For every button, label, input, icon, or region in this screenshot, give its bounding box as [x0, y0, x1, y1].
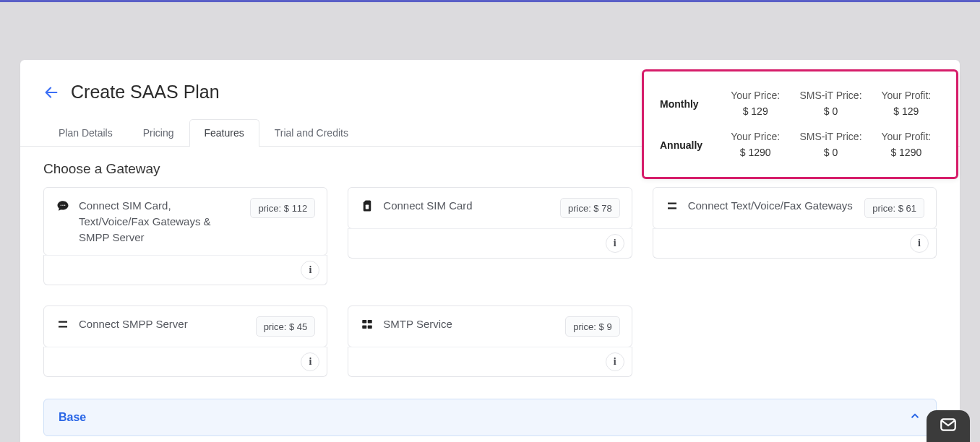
gateway-item: Connect SIM Card, Text/Voice/Fax Gateway… — [43, 187, 327, 285]
info-icon[interactable]: i — [910, 234, 929, 253]
gateway-price: price: $ 45 — [256, 316, 316, 337]
gateway-price: price: $ 9 — [565, 316, 619, 337]
summary-monthly-your-price: Your Price: $ 129 — [721, 89, 789, 118]
info-icon[interactable]: i — [606, 234, 624, 253]
gateway-card[interactable]: Connect SMPP Server price: $ 45 — [43, 306, 327, 347]
gateway-item: Connect SIM Card price: $ 78 i — [348, 187, 632, 285]
gateway-label: Connect SMPP Server — [79, 316, 247, 332]
tab-plan-details[interactable]: Plan Details — [43, 119, 128, 147]
gateway-price: price: $ 78 — [560, 198, 620, 218]
svg-point-1 — [62, 205, 64, 207]
gateway-label: SMTP Service — [383, 316, 556, 332]
svg-point-0 — [61, 205, 62, 207]
tab-pricing[interactable]: Pricing — [128, 119, 189, 147]
svg-rect-3 — [366, 205, 369, 209]
svg-rect-6 — [363, 326, 367, 329]
gateway-label: Connect SIM Card — [383, 198, 551, 214]
gateway-info-bar: i — [348, 228, 632, 259]
gateway-price: price: $ 112 — [250, 198, 315, 218]
summary-monthly-smsit-price: SMS-iT Price: $ 0 — [796, 89, 864, 118]
info-icon[interactable]: i — [301, 352, 319, 371]
smtp-icon — [360, 316, 374, 331]
gateway-card[interactable]: Connect SIM Card price: $ 78 — [348, 187, 632, 229]
gateway-item: Connect Text/Voice/Fax Gateways price: $… — [653, 187, 937, 285]
accordion-label: Base — [59, 411, 86, 424]
summary-monthly-your-profit: Your Profit: $ 129 — [872, 89, 940, 118]
gateway-item: Connect SMPP Server price: $ 45 i — [43, 306, 327, 377]
gateway-info-bar: i — [348, 347, 632, 377]
svg-point-2 — [64, 205, 66, 207]
svg-rect-7 — [368, 326, 372, 329]
gateway-info-bar: i — [43, 347, 327, 377]
info-icon[interactable]: i — [606, 352, 624, 371]
page-title: Create SAAS Plan — [71, 82, 220, 103]
gateway-info-bar: i — [43, 255, 327, 285]
summary-period-monthly: Monthly — [660, 98, 714, 110]
gateway-label: Connect SIM Card, Text/Voice/Fax Gateway… — [79, 198, 241, 245]
summary-annually-smsit-price: SMS-iT Price: $ 0 — [796, 130, 864, 160]
tab-features[interactable]: Features — [189, 119, 259, 147]
summary-period-annually: Annually — [660, 139, 714, 151]
sim-card-icon — [360, 198, 374, 212]
gateway-card[interactable]: SMTP Service price: $ 9 — [348, 306, 632, 347]
gateway-card[interactable]: Connect Text/Voice/Fax Gateways price: $… — [653, 187, 937, 229]
gateway-item: SMTP Service price: $ 9 i — [348, 306, 632, 377]
summary-annually-your-price: Your Price: $ 1290 — [721, 130, 789, 160]
pricing-summary-panel: Monthly Your Price: $ 129 SMS-iT Price: … — [642, 69, 958, 179]
gateway-info-bar: i — [653, 228, 937, 259]
gateway-price: price: $ 61 — [864, 198, 924, 218]
summary-annually-your-profit: Your Profit: $ 1290 — [872, 130, 940, 160]
chevron-up-icon — [908, 410, 921, 425]
gateway-card[interactable]: Connect SIM Card, Text/Voice/Fax Gateway… — [43, 187, 327, 256]
svg-rect-4 — [363, 320, 367, 324]
accordion-base[interactable]: Base — [43, 399, 937, 436]
back-arrow-icon[interactable] — [43, 84, 59, 100]
svg-rect-5 — [368, 320, 372, 324]
server-icon — [56, 316, 70, 331]
gateway-icon — [665, 198, 679, 212]
gateway-label: Connect Text/Voice/Fax Gateways — [688, 198, 856, 214]
info-icon[interactable]: i — [301, 261, 319, 280]
sms-bubble-icon — [56, 198, 70, 212]
mail-icon — [939, 415, 958, 437]
help-fab[interactable] — [927, 410, 970, 442]
tab-trial-credits[interactable]: Trial and Credits — [259, 119, 364, 147]
